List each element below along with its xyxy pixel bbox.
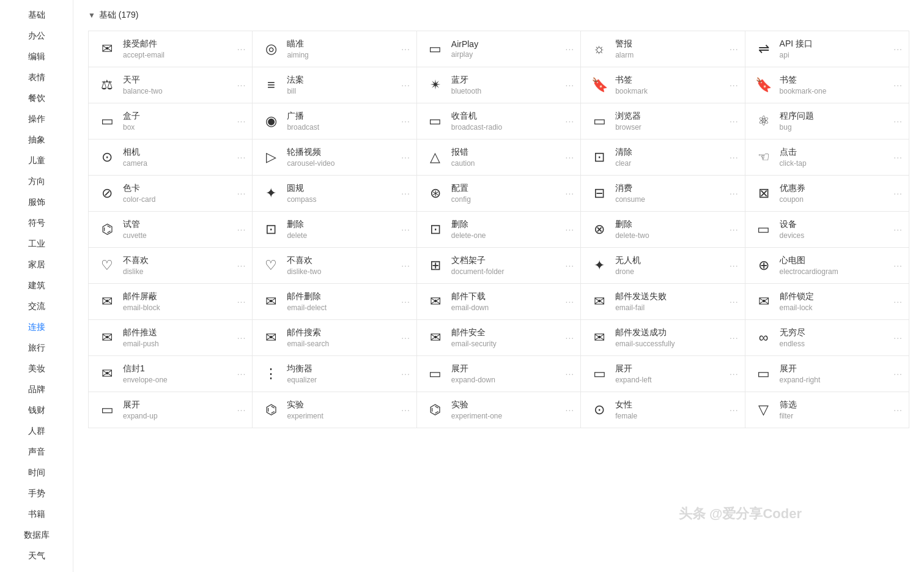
icon-cell-email-lock[interactable]: ✉邮件锁定email-lock··· [745,284,909,320]
sidebar-item-数据库[interactable]: 数据库 [0,525,73,546]
icon-cell-document-folder[interactable]: ⊞文档架子document-folder··· [417,248,581,284]
icon-cell-config[interactable]: ⊛配置config··· [417,176,581,212]
sidebar-item-工业[interactable]: 工业 [0,234,73,254]
more-button[interactable]: ··· [893,261,903,270]
more-button[interactable]: ··· [730,405,739,415]
icon-cell-email-security[interactable]: ✉邮件安全email-security··· [417,320,581,356]
more-button[interactable]: ··· [401,297,410,306]
sidebar-item-抽象[interactable]: 抽象 [0,130,73,150]
icon-cell-caution[interactable]: △报错caution··· [417,139,581,176]
more-button[interactable]: ··· [730,225,739,234]
more-button[interactable]: ··· [401,188,410,198]
more-button[interactable]: ··· [401,225,410,234]
icon-cell-equalizer[interactable]: ⋮均衡器equalizer··· [253,356,416,392]
more-button[interactable]: ··· [893,297,903,306]
icon-cell-consume[interactable]: ⊟消费consume··· [581,176,745,212]
icon-cell-airplay[interactable]: ▭AirPlayairplay··· [417,31,581,67]
sidebar-item-连接[interactable]: 连接 [0,317,73,338]
icon-cell-endless[interactable]: ∞无穷尽endless··· [745,320,909,356]
icon-cell-broadcast-radio[interactable]: ▭收音机broadcast-radio··· [417,103,581,139]
more-button[interactable]: ··· [401,116,410,126]
icon-cell-clear[interactable]: ⊡清除clear··· [581,139,745,176]
more-button[interactable]: ··· [893,44,903,54]
sidebar-item-钱财[interactable]: 钱财 [0,400,73,421]
more-button[interactable]: ··· [566,225,575,234]
sidebar-item-交流[interactable]: 交流 [0,296,73,317]
sidebar-item-人群[interactable]: 人群 [0,421,73,442]
icon-cell-drone[interactable]: ✦无人机drone··· [581,248,745,284]
icon-cell-color-card[interactable]: ⊘色卡color-card··· [89,176,253,212]
sidebar-item-品牌[interactable]: 品牌 [0,379,73,400]
icon-cell-delete-one[interactable]: ⊡删除delete-one··· [417,212,581,248]
icon-cell-expand-right[interactable]: ▭展开expand-right··· [745,356,909,392]
sidebar-item-旅行[interactable]: 旅行 [0,338,73,358]
more-button[interactable]: ··· [566,369,575,379]
more-button[interactable]: ··· [730,297,739,306]
sidebar-item-声音[interactable]: 声音 [0,442,73,462]
icon-cell-dislike[interactable]: ♡不喜欢dislike··· [89,248,253,284]
icon-cell-broadcast[interactable]: ◉广播broadcast··· [253,103,416,139]
more-button[interactable]: ··· [730,44,739,54]
icon-cell-balance-two[interactable]: ⚖天平balance-two··· [89,67,253,103]
icon-cell-delete-two[interactable]: ⊗删除delete-two··· [581,212,745,248]
icon-cell-dislike-two[interactable]: ♡不喜欢dislike-two··· [253,248,416,284]
sidebar-item-符号[interactable]: 符号 [0,213,73,234]
icon-cell-camera[interactable]: ⊙相机camera··· [89,139,253,176]
sidebar-item-餐饮[interactable]: 餐饮 [0,88,73,109]
sidebar-item-手势[interactable]: 手势 [0,483,73,504]
more-button[interactable]: ··· [893,188,903,198]
sidebar-item-服饰[interactable]: 服饰 [0,192,73,213]
sidebar-item-方向[interactable]: 方向 [0,171,73,192]
more-button[interactable]: ··· [401,80,410,90]
sidebar-item-时间[interactable]: 时间 [0,462,73,483]
more-button[interactable]: ··· [401,152,410,162]
more-button[interactable]: ··· [237,225,246,234]
more-button[interactable]: ··· [237,44,246,54]
icon-cell-filter[interactable]: ▽筛选filter··· [745,392,909,428]
more-button[interactable]: ··· [893,369,903,379]
more-button[interactable]: ··· [237,261,246,270]
icon-cell-email-successfully[interactable]: ✉邮件发送成功email-successfully··· [581,320,745,356]
more-button[interactable]: ··· [566,261,575,270]
icon-cell-compass[interactable]: ✦圆规compass··· [253,176,416,212]
more-button[interactable]: ··· [401,261,410,270]
icon-cell-email-fail[interactable]: ✉邮件发送失败email-fail··· [581,284,745,320]
sidebar-item-编辑[interactable]: 编辑 [0,46,73,67]
icon-cell-devices[interactable]: ▭设备devices··· [745,212,909,248]
more-button[interactable]: ··· [237,152,246,162]
sidebar-item-美妆[interactable]: 美妆 [0,358,73,379]
icon-cell-experiment-one[interactable]: ⌬实验experiment-one··· [417,392,581,428]
sidebar-item-办公[interactable]: 办公 [0,26,73,46]
more-button[interactable]: ··· [566,333,575,343]
sidebar-item-家居[interactable]: 家居 [0,254,73,275]
icon-cell-delete[interactable]: ⊡删除delete··· [253,212,416,248]
more-button[interactable]: ··· [401,44,410,54]
icon-cell-accept-email[interactable]: ✉接受邮件accept-email··· [89,31,253,67]
more-button[interactable]: ··· [730,80,739,90]
more-button[interactable]: ··· [893,80,903,90]
more-button[interactable]: ··· [730,261,739,270]
icon-cell-electrocardiogram[interactable]: ⊕心电图electrocardiogram··· [745,248,909,284]
icon-cell-email-search[interactable]: ✉邮件搜索email-search··· [253,320,416,356]
more-button[interactable]: ··· [237,80,246,90]
more-button[interactable]: ··· [566,80,575,90]
icon-cell-bookmark-one[interactable]: 🔖书签bookmark-one··· [745,67,909,103]
icon-cell-expand-left[interactable]: ▭展开expand-left··· [581,356,745,392]
icon-cell-email-block[interactable]: ✉邮件屏蔽email-block··· [89,284,253,320]
sidebar-item-操作[interactable]: 操作 [0,109,73,130]
more-button[interactable]: ··· [566,44,575,54]
more-button[interactable]: ··· [730,369,739,379]
more-button[interactable]: ··· [893,405,903,415]
more-button[interactable]: ··· [730,333,739,343]
sidebar-item-建筑[interactable]: 建筑 [0,275,73,296]
icon-cell-aiming[interactable]: ◎瞄准aiming··· [253,31,416,67]
more-button[interactable]: ··· [566,116,575,126]
more-button[interactable]: ··· [237,333,246,343]
sidebar-item-天气[interactable]: 天气 [0,546,73,566]
sidebar-item-儿童[interactable]: 儿童 [0,150,73,171]
icon-cell-email-push[interactable]: ✉邮件推送email-push··· [89,320,253,356]
icon-cell-carousel-video[interactable]: ▷轮播视频carousel-video··· [253,139,416,176]
icon-cell-bill[interactable]: ≡法案bill··· [253,67,416,103]
more-button[interactable]: ··· [730,152,739,162]
icon-cell-bluetooth[interactable]: ✴蓝牙bluetooth··· [417,67,581,103]
